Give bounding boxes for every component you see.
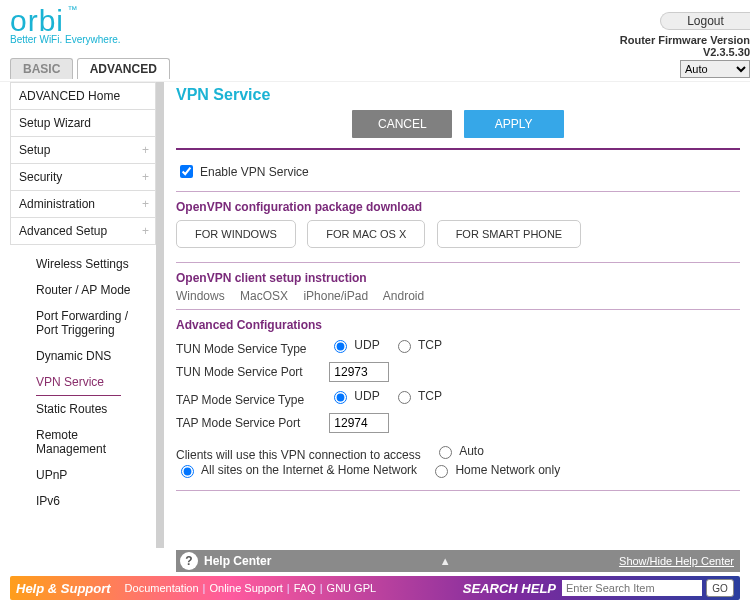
sidebar-sub-port-forwarding[interactable]: Port Forwarding / Port Triggering: [10, 303, 150, 343]
sidebar-item-setup-wizard[interactable]: Setup Wizard: [10, 110, 156, 137]
help-center-title: Help Center: [204, 554, 271, 568]
help-center-bar: ? Help Center ▲ Show/Hide Help Center: [176, 550, 740, 572]
support-link-faq[interactable]: FAQ: [294, 582, 316, 594]
firmware-version: Router Firmware Version V2.3.5.30: [620, 34, 750, 58]
tap-tcp-radio[interactable]: [398, 391, 411, 404]
sidebar-sub-wireless-settings[interactable]: Wireless Settings: [10, 251, 150, 277]
search-help-input[interactable]: [562, 580, 702, 596]
scroll-up-icon[interactable]: ▴: [156, 82, 164, 94]
action-buttons: CANCEL APPLY: [176, 110, 740, 138]
access-label: Clients will use this VPN connection to …: [176, 448, 421, 462]
tap-udp-radio[interactable]: [334, 391, 347, 404]
download-smartphone-button[interactable]: FOR SMART PHONE: [437, 220, 582, 248]
language-select[interactable]: Auto: [680, 60, 750, 78]
page-title: VPN Service: [176, 86, 740, 104]
download-windows-button[interactable]: FOR WINDOWS: [176, 220, 296, 248]
main: ADVANCED Home Setup Wizard Setup+ Securi…: [10, 82, 740, 548]
tab-advanced[interactable]: ADVANCED: [77, 58, 170, 79]
instr-link-android[interactable]: Android: [383, 289, 424, 303]
access-auto-radio[interactable]: [439, 446, 452, 459]
instruction-links: Windows MacOSX iPhone/iPad Android: [176, 289, 740, 303]
sidebar-sub-static-routes[interactable]: Static Routes: [10, 396, 150, 422]
scrollbar-track[interactable]: [156, 82, 164, 548]
divider: [176, 191, 740, 192]
tun-tcp-radio[interactable]: [398, 340, 411, 353]
instr-link-iphone[interactable]: iPhone/iPad: [303, 289, 368, 303]
plus-icon: +: [142, 224, 149, 238]
sidebar-sub-ipv6[interactable]: IPv6: [10, 488, 150, 514]
search-go-button[interactable]: GO: [706, 579, 734, 597]
instr-link-macosx[interactable]: MacOSX: [240, 289, 288, 303]
instruction-section-head: OpenVPN client setup instruction: [176, 269, 740, 287]
support-bar: Help & Support Documentation| Online Sup…: [10, 576, 740, 600]
apply-button[interactable]: APPLY: [464, 110, 564, 138]
download-macosx-button[interactable]: FOR MAC OS X: [307, 220, 425, 248]
tun-port-input[interactable]: [329, 362, 389, 382]
help-center-toggle[interactable]: Show/Hide Help Center: [619, 555, 734, 567]
support-title: Help & Support: [16, 581, 111, 596]
tun-udp-radio[interactable]: [334, 340, 347, 353]
support-link-online-support[interactable]: Online Support: [209, 582, 282, 594]
search-help-label: SEARCH HELP: [463, 581, 556, 596]
brand-name: orbi: [10, 4, 64, 37]
divider: [176, 262, 740, 263]
divider: [176, 309, 740, 310]
sidebar-item-administration[interactable]: Administration+: [10, 191, 156, 218]
sidebar-sub-dynamic-dns[interactable]: Dynamic DNS: [10, 343, 150, 369]
cancel-button[interactable]: CANCEL: [352, 110, 452, 138]
scrollbar-thumb[interactable]: [156, 94, 164, 384]
access-all-radio[interactable]: [181, 465, 194, 478]
support-link-gnu-gpl[interactable]: GNU GPL: [327, 582, 377, 594]
chevron-up-icon[interactable]: ▲: [271, 555, 619, 567]
access-home-radio[interactable]: [435, 465, 448, 478]
tun-type-label: TUN Mode Service Type: [176, 342, 326, 356]
advanced-config-head: Advanced Configurations: [176, 316, 740, 334]
scroll-down-icon[interactable]: ▾: [156, 536, 164, 548]
support-link-documentation[interactable]: Documentation: [125, 582, 199, 594]
enable-vpn-label: Enable VPN Service: [200, 165, 309, 179]
sidebar-sub-router-ap[interactable]: Router / AP Mode: [10, 277, 150, 303]
logo: orbi ™ Better WiFi. Everywhere.: [10, 4, 121, 45]
tap-port-label: TAP Mode Service Port: [176, 416, 326, 430]
plus-icon: +: [142, 170, 149, 184]
tap-port-input[interactable]: [329, 413, 389, 433]
help-icon[interactable]: ?: [180, 552, 198, 570]
main-tabs: BASIC ADVANCED Auto: [0, 58, 750, 82]
header: orbi ™ Better WiFi. Everywhere. Logout R…: [0, 0, 750, 58]
sidebar: ADVANCED Home Setup Wizard Setup+ Securi…: [10, 82, 164, 548]
sidebar-item-advanced-setup[interactable]: Advanced Setup+: [10, 218, 156, 245]
sidebar-sub-vpn-service[interactable]: VPN Service: [36, 369, 121, 396]
enable-vpn-checkbox[interactable]: [180, 165, 193, 178]
tap-type-label: TAP Mode Service Type: [176, 393, 326, 407]
divider: [176, 490, 740, 491]
sidebar-sub-remote-mgmt[interactable]: Remote Management: [10, 422, 150, 462]
instr-link-windows[interactable]: Windows: [176, 289, 225, 303]
logout-button[interactable]: Logout: [660, 12, 750, 30]
sidebar-item-advanced-home[interactable]: ADVANCED Home: [10, 82, 156, 110]
tun-port-label: TUN Mode Service Port: [176, 365, 326, 379]
tab-basic[interactable]: BASIC: [10, 58, 73, 79]
sidebar-item-setup[interactable]: Setup+: [10, 137, 156, 164]
plus-icon: +: [142, 197, 149, 211]
plus-icon: +: [142, 143, 149, 157]
content: VPN Service CANCEL APPLY Enable VPN Serv…: [164, 82, 740, 548]
sidebar-sub-upnp[interactable]: UPnP: [10, 462, 150, 488]
brand-tagline: Better WiFi. Everywhere.: [10, 34, 121, 45]
sidebar-item-security[interactable]: Security+: [10, 164, 156, 191]
download-section-head: OpenVPN configuration package download: [176, 198, 740, 216]
divider: [176, 148, 740, 150]
